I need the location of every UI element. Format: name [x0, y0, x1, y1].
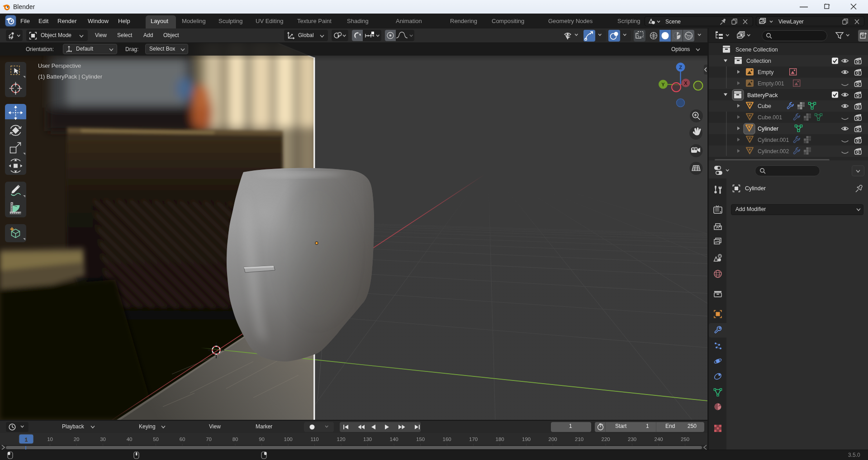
- svg-text:110: 110: [310, 437, 318, 442]
- svg-text:Scene Collection: Scene Collection: [735, 47, 778, 53]
- svg-text:220: 220: [602, 437, 610, 442]
- svg-text:140: 140: [390, 437, 398, 442]
- svg-text:120: 120: [337, 437, 346, 442]
- svg-text:240: 240: [655, 437, 663, 442]
- svg-text:200: 200: [549, 437, 557, 442]
- svg-text:90: 90: [259, 437, 265, 442]
- svg-text:30: 30: [100, 437, 106, 442]
- svg-text:User Perspective: User Perspective: [38, 63, 81, 69]
- svg-text:Y: Y: [661, 82, 665, 87]
- svg-text:20: 20: [74, 437, 80, 442]
- svg-text:Empty.001: Empty.001: [758, 80, 784, 87]
- svg-text:Z: Z: [679, 65, 682, 70]
- svg-text:100: 100: [284, 437, 293, 442]
- svg-text:40: 40: [127, 437, 133, 442]
- svg-text:Cube: Cube: [758, 103, 771, 109]
- svg-text:170: 170: [469, 437, 478, 442]
- svg-text:Cylinder: Cylinder: [758, 126, 778, 132]
- svg-text:Collection: Collection: [746, 58, 771, 64]
- svg-text:Cylinder.001: Cylinder.001: [758, 137, 789, 143]
- svg-text:50: 50: [153, 437, 159, 442]
- svg-text:BatteryPack: BatteryPack: [747, 92, 778, 99]
- svg-text:210: 210: [575, 437, 583, 442]
- svg-text:230: 230: [628, 437, 636, 442]
- svg-text:160: 160: [443, 437, 451, 442]
- svg-text:(1) BatteryPack | Cylinder: (1) BatteryPack | Cylinder: [38, 74, 102, 80]
- svg-text:Cylinder.002: Cylinder.002: [758, 148, 789, 155]
- svg-text:X: X: [684, 80, 688, 86]
- svg-text:60: 60: [180, 437, 185, 442]
- svg-text:150: 150: [416, 437, 425, 442]
- svg-text:80: 80: [232, 437, 238, 442]
- svg-text:190: 190: [522, 437, 531, 442]
- svg-text:70: 70: [206, 437, 212, 442]
- svg-text:1: 1: [25, 437, 28, 442]
- svg-text:10: 10: [47, 437, 53, 442]
- svg-text:130: 130: [363, 437, 372, 442]
- svg-text:Empty: Empty: [758, 69, 774, 75]
- svg-text:180: 180: [496, 437, 504, 442]
- svg-text:250: 250: [681, 437, 689, 442]
- svg-text:Cube.001: Cube.001: [758, 114, 782, 121]
